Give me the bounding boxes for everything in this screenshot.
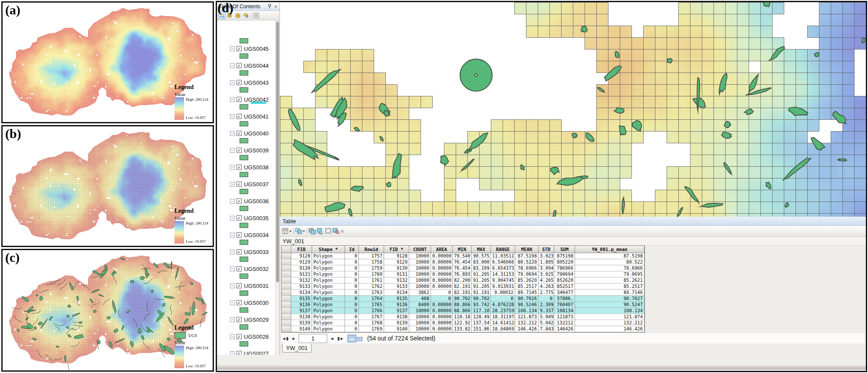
layer-symbol-swatch[interactable] (240, 104, 248, 109)
row-selector[interactable] (282, 284, 291, 290)
layer-expander-icon[interactable]: − (230, 267, 235, 271)
toc-layer-row[interactable]: −✓UGS0035 (217, 214, 269, 222)
layer-name[interactable]: UGS0030 (244, 300, 269, 306)
layer-expander-icon[interactable]: − (230, 46, 235, 51)
grid-header-cell[interactable]: AREA (431, 246, 453, 253)
layer-visibility-checkbox[interactable]: ✓ (237, 63, 242, 68)
toc-layer-row[interactable]: −✓UGS0038 (217, 163, 269, 171)
row-selector[interactable] (282, 265, 291, 271)
layer-expander-icon[interactable]: − (230, 131, 235, 136)
layer-visibility-checkbox[interactable]: ✓ (237, 182, 242, 187)
layer-symbol-swatch[interactable] (240, 274, 248, 279)
layer-visibility-checkbox[interactable]: ✓ (237, 131, 242, 136)
layer-expander-icon[interactable]: − (230, 182, 235, 187)
toc-layer-row[interactable]: −✓UGS0037 (217, 180, 269, 188)
layer-expander-icon[interactable]: − (230, 250, 235, 254)
layer-name[interactable]: UGS0045 (244, 46, 269, 52)
grid-row[interactable]: 9133Polygon017629133100000.0000082.19191… (282, 284, 644, 290)
toc-layer-row[interactable]: −✓UGS0029 (217, 316, 269, 323)
layer-expander-icon[interactable]: − (230, 97, 235, 102)
toc-scrollbar[interactable] (275, 20, 279, 355)
layer-expander-icon[interactable]: − (230, 199, 235, 204)
layer-name[interactable]: UGS0029 (244, 317, 269, 323)
layer-expander-icon[interactable]: − (230, 233, 235, 238)
row-selector[interactable] (282, 308, 291, 314)
layer-name[interactable]: UGS0038 (244, 164, 269, 171)
toc-options-icon[interactable] (253, 12, 260, 19)
grid-row[interactable]: 9132Polygon017619132100000.0000082.20091… (282, 277, 644, 284)
layer-expander-icon[interactable]: − (230, 80, 235, 85)
layer-expander-icon[interactable]: − (230, 165, 235, 170)
grid-header-cell[interactable]: STD (539, 246, 554, 253)
grid-row[interactable]: 9134Polygon0176391343862082.19191.1919.0… (282, 290, 644, 296)
delete-selected-icon[interactable]: × (341, 228, 344, 234)
layer-visibility-checkbox[interactable]: ✓ (237, 148, 242, 153)
layer-symbol-swatch[interactable] (240, 324, 248, 330)
layer-visibility-checkbox[interactable]: ✓ (237, 114, 242, 119)
layer-symbol-swatch[interactable] (240, 290, 248, 296)
layer-name[interactable]: UGS0043 (244, 79, 269, 86)
grid-row[interactable]: 9139Polygon017689139100000.00000122.9213… (282, 320, 644, 326)
layer-visibility-checkbox[interactable]: ✓ (237, 215, 242, 221)
toc-layer-row[interactable]: −✓UGS0040 (217, 129, 269, 137)
layer-symbol-swatch[interactable] (240, 172, 248, 177)
layer-symbol-swatch[interactable] (240, 189, 248, 194)
toc-layer-row[interactable]: −✓UGS0033 (217, 248, 269, 256)
toc-pin-icon[interactable] (266, 3, 272, 9)
row-selector[interactable] (282, 277, 291, 284)
grid-row[interactable]: 9140Polygon017699140100000.00000133.8215… (282, 326, 644, 332)
layer-expander-icon[interactable]: − (230, 351, 235, 355)
row-selector[interactable] (282, 271, 291, 277)
layer-symbol-swatch[interactable] (240, 38, 248, 43)
grid-row[interactable]: 9129Polygon017589129100000.0000076.45483… (282, 259, 644, 265)
row-selector[interactable] (282, 314, 291, 320)
grid-header-cell[interactable]: Shape * (312, 246, 345, 253)
row-selector[interactable] (282, 253, 291, 259)
layer-name[interactable]: UGS0041 (244, 113, 269, 120)
layer-visibility-checkbox[interactable]: ✓ (237, 46, 242, 51)
layer-visibility-checkbox[interactable]: ✓ (237, 80, 242, 85)
layer-symbol-swatch[interactable] (240, 206, 248, 211)
toc-layer-row[interactable]: −✓UGS0043 (217, 79, 269, 86)
layer-symbol-swatch[interactable] (240, 70, 248, 76)
layer-name[interactable]: UGS0044 (244, 63, 269, 69)
layer-symbol-swatch[interactable] (240, 341, 248, 347)
grid-header-cell[interactable]: FID (291, 246, 312, 253)
grid-row[interactable]: 9131Polygon017609131100000.0000076.89391… (282, 271, 644, 277)
layer-name[interactable]: UGS0036 (244, 198, 269, 205)
grid-header-cell[interactable]: COUNT (409, 246, 431, 253)
toc-layer-row[interactable]: −✓UGS0044 (217, 62, 269, 69)
layer-expander-icon[interactable]: − (230, 334, 235, 339)
grid-header-cell[interactable]: YW_001.p_mean (575, 246, 644, 253)
layer-symbol-swatch[interactable] (240, 53, 248, 59)
layer-visibility-checkbox[interactable]: ✓ (237, 300, 242, 305)
toc-layer-row[interactable]: −✓UGS0031 (217, 282, 269, 290)
layer-visibility-checkbox[interactable]: ✓ (237, 317, 242, 322)
layer-expander-icon[interactable]: − (230, 300, 235, 305)
toc-layer-row[interactable]: −✓UGS0028 (217, 333, 269, 340)
layer-visibility-checkbox[interactable]: ✓ (237, 334, 242, 339)
layer-expander-icon[interactable]: − (230, 63, 235, 68)
toc-scrollbar-thumb[interactable] (276, 22, 279, 282)
row-selector[interactable] (282, 320, 291, 326)
nav-prev-button[interactable]: ◄ (289, 334, 297, 342)
grid-header-cell[interactable]: MEAN (515, 246, 539, 253)
nav-next-button[interactable]: ► (329, 334, 337, 342)
grid-row[interactable]: 9137Polygon017669137100000.0000088.86611… (282, 308, 644, 314)
clear-selection-icon[interactable] (325, 228, 332, 234)
toc-layer-row[interactable]: −✓UGS0041 (217, 112, 269, 120)
layer-name[interactable]: UGS0032 (244, 266, 269, 272)
grid-row[interactable]: 9136Polygon01765913684000.0000088.86693.… (282, 302, 644, 308)
layer-name[interactable]: UGS0027 (244, 350, 269, 355)
layer-visibility-checkbox[interactable]: ✓ (237, 266, 242, 271)
toc-layer-row[interactable]: −✓UGS0036 (217, 197, 269, 205)
grid-row[interactable]: 9130Polygon017599130100000.0000076.45483… (282, 265, 644, 271)
layer-expander-icon[interactable]: − (230, 114, 235, 119)
row-selector[interactable] (282, 326, 291, 332)
toc-close-icon[interactable]: × (273, 3, 279, 9)
layer-visibility-checkbox[interactable]: ✓ (237, 232, 242, 238)
switch-selection-icon[interactable] (317, 228, 324, 234)
layer-name[interactable]: UGS0034 (244, 232, 269, 238)
layer-symbol-swatch[interactable] (240, 240, 248, 245)
grid-header-cell[interactable]: FID * (384, 246, 409, 253)
